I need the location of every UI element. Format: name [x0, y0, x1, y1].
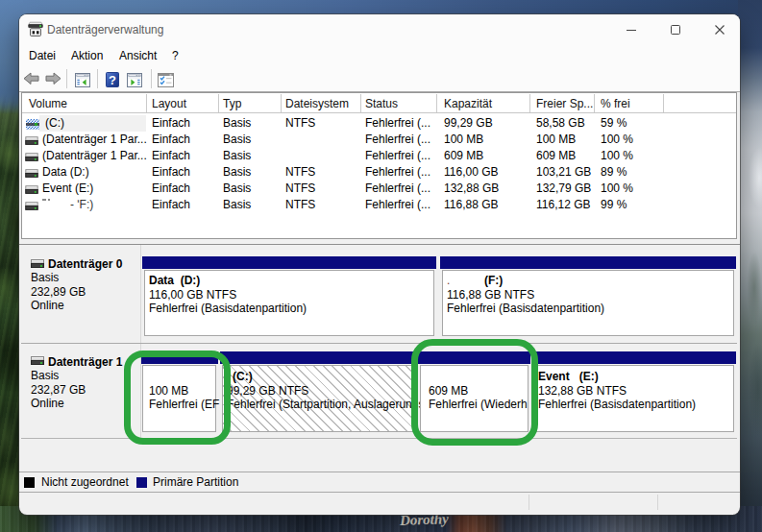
svg-text:?: ? [109, 73, 116, 87]
